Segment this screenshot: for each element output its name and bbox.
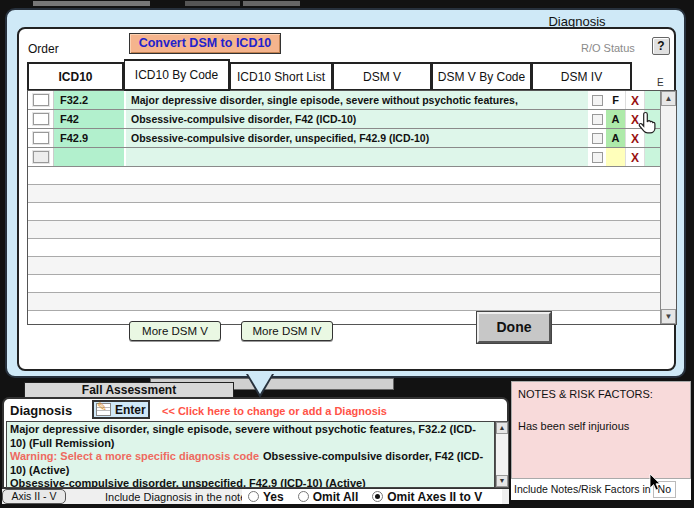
diagnosis-table-body: F32.2 Major depressive disorder, single … [28, 91, 660, 324]
checkbox-cell [28, 148, 54, 166]
diagnosis-table-row: F42 Obsessive-compulsive disorder, F42 (… [28, 110, 660, 129]
hand-cursor-icon [637, 111, 659, 139]
radio-option-label: Yes [263, 490, 284, 504]
notes-risk-factors-panel: NOTES & RISK FACTORS: Has been self inju… [511, 381, 691, 479]
convert-dsm-to-icd10-button[interactable]: Convert DSM to ICD10 [129, 33, 281, 54]
empty-table-row [28, 239, 660, 257]
axis-ii-v-button[interactable]: Axis II - V [2, 489, 66, 504]
diagnosis-table-row: F42.9 Obsessive-compulsive disorder, uns… [28, 129, 660, 148]
notepad-pencil-icon [96, 403, 111, 416]
tab[interactable]: DSM V [333, 62, 432, 91]
diagnosis-entry: Obsessive-compulsive disorder, unspecifi… [10, 477, 491, 488]
scroll-up-icon[interactable] [661, 91, 676, 106]
enter-button[interactable]: Enter [92, 400, 150, 419]
scroll-down-icon[interactable] [661, 309, 676, 324]
order-label: Order [28, 42, 59, 56]
radio-option-label: Omit All [313, 490, 359, 504]
small-checkbox-cell [589, 110, 606, 128]
radio-option[interactable]: Omit Axes II to V [372, 490, 482, 504]
empty-table-row [28, 293, 660, 311]
tab[interactable]: ICD10 [27, 62, 124, 91]
radio-icon[interactable] [372, 491, 383, 502]
done-button[interactable]: Done [477, 312, 551, 343]
small-checkbox-cell [589, 129, 606, 147]
remove-x-button[interactable]: X [626, 91, 644, 109]
dialog-pointer-tail [246, 374, 274, 398]
status-cell[interactable]: A [606, 129, 626, 147]
checkbox-cell [28, 110, 54, 128]
diagnosis-table-row: F32.2 Major depressive disorder, single … [28, 91, 660, 110]
row-checkbox[interactable] [33, 94, 49, 106]
diagnosis-tabs: ICD10 ICD10 By Code ICD10 Short List DSM… [27, 59, 632, 91]
tab[interactable]: DSM IV [532, 62, 632, 91]
small-checkbox-cell [589, 148, 606, 166]
remove-x-button[interactable]: X [626, 148, 644, 166]
tab[interactable]: DSM V By Code [432, 62, 532, 91]
row-small-checkbox[interactable] [592, 152, 603, 163]
row-checkbox[interactable] [33, 132, 49, 144]
enter-button-label: Enter [115, 403, 146, 417]
more-dsm-v-button[interactable]: More DSM V [129, 321, 221, 341]
status-cell[interactable]: A [606, 110, 626, 128]
status-cell[interactable]: F [606, 91, 626, 109]
mouse-arrow-icon [649, 473, 661, 495]
background-window-fragment [185, 1, 240, 6]
diagnosis-description-cell[interactable]: Obsessive-compulsive disorder, unspecifi… [126, 129, 589, 147]
empty-table-row [28, 185, 660, 203]
diagnosis-summary-panel: Diagnosis Enter << Click here to change … [2, 397, 509, 489]
change-diagnosis-hint[interactable]: << Click here to change or add a Diagnos… [162, 405, 387, 417]
radio-option[interactable]: Omit All [298, 490, 359, 504]
checkbox-cell [28, 129, 54, 147]
tab-fall-assessment[interactable]: Fall Assessment [24, 382, 234, 398]
table-scrollbar[interactable] [660, 91, 676, 324]
scroll-down-icon[interactable] [496, 475, 508, 487]
include-notes-line: Include Notes/Risk Factors inNo [511, 479, 691, 500]
row-small-checkbox[interactable] [592, 95, 603, 106]
diagnosis-description-cell[interactable]: Major depressive disorder, single episod… [126, 91, 589, 109]
row-checkbox[interactable] [33, 113, 49, 125]
radio-option[interactable]: Yes [248, 490, 284, 504]
diagnosis-entry: Major depressive disorder, single episod… [10, 423, 491, 450]
row-end-cell [644, 148, 660, 166]
dialog-inner-panel: Order Convert DSM to ICD10 R/O Status ? … [17, 27, 676, 371]
small-checkbox-cell [589, 91, 606, 109]
diagnosis-code-cell[interactable]: F42.9 [54, 129, 126, 147]
diagnosis-text-area[interactable]: Major depressive disorder, single episod… [6, 421, 495, 488]
row-small-checkbox[interactable] [592, 114, 603, 125]
ro-status-label: R/O Status [581, 42, 635, 54]
empty-table-row [28, 275, 660, 293]
include-diagnosis-options: Yes Omit All Omit Axes II to V [242, 489, 502, 504]
diagnosis-panel-label: Diagnosis [10, 403, 72, 418]
empty-table-row [28, 221, 660, 239]
help-button[interactable]: ? [652, 37, 670, 55]
scroll-up-icon[interactable] [496, 422, 508, 434]
include-diagnosis-strip: Axis II - V Include Diagnosis in the not… [2, 489, 509, 504]
radio-icon[interactable] [298, 491, 309, 502]
status-cell[interactable] [606, 148, 626, 166]
tab[interactable]: ICD10 By Code [124, 59, 230, 91]
diagnosis-code-cell[interactable]: F32.2 [54, 91, 126, 109]
row-end-cell [644, 91, 660, 109]
more-dsm-iv-button[interactable]: More DSM IV [241, 321, 333, 341]
risk-factor-note: Has been self injurious [518, 420, 629, 432]
background-window-fragment [243, 1, 300, 6]
diagnosis-entry-text: Major depressive disorder, single episod… [10, 423, 476, 449]
include-diagnosis-question: Include Diagnosis in the note? [105, 491, 252, 503]
row-checkbox[interactable] [33, 151, 49, 163]
warning-text: Warning: Select a more specific diagnosi… [10, 450, 259, 462]
notes-panel-title: NOTES & RISK FACTORS: [518, 388, 653, 400]
tab[interactable]: ICD10 Short List [230, 62, 333, 91]
empty-table-row [28, 257, 660, 275]
diagnosis-entry: Warning: Select a more specific diagnosi… [10, 450, 491, 477]
diagnosis-code-cell[interactable] [54, 148, 126, 166]
diagnosis-description-cell[interactable]: Obsessive-compulsive disorder, F42 (ICD-… [126, 110, 589, 128]
diagnosis-dialog: Diagnosis Order Convert DSM to ICD10 R/O… [5, 8, 686, 378]
diagnosis-text-scrollbar[interactable] [495, 421, 509, 488]
diagnosis-table-row: X [28, 148, 660, 167]
radio-icon[interactable] [248, 491, 259, 502]
background-window-fragment [33, 1, 150, 6]
row-small-checkbox[interactable] [592, 133, 603, 144]
diagnosis-code-cell[interactable]: F42 [54, 110, 126, 128]
empty-table-row [28, 203, 660, 221]
diagnosis-description-cell[interactable] [126, 148, 589, 166]
